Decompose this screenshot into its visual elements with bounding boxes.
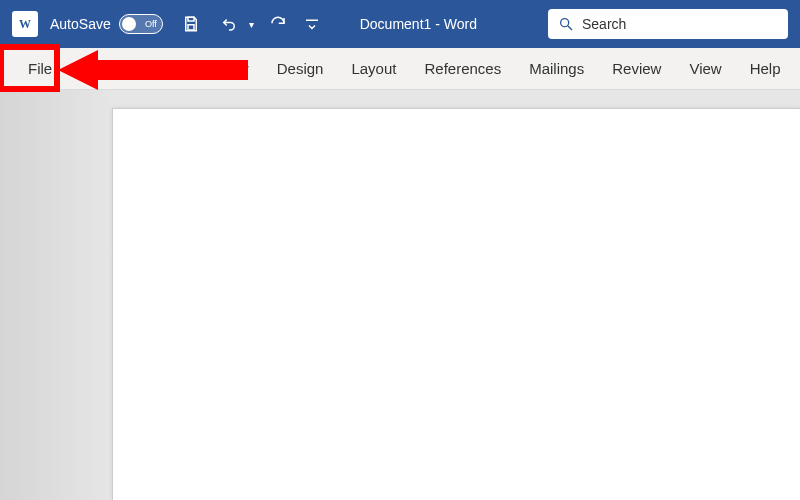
search-icon — [558, 16, 574, 32]
autosave-toggle[interactable]: Off — [119, 14, 163, 34]
workspace — [0, 90, 800, 500]
chevron-down-icon[interactable]: ▾ — [249, 19, 254, 30]
tab-mailings[interactable]: Mailings — [515, 48, 598, 89]
tab-insert[interactable]: Insert — [134, 48, 200, 89]
tab-home[interactable]: Home — [66, 48, 134, 89]
document-title: Document1 - Word — [360, 16, 477, 32]
autosave-control[interactable]: AutoSave Off — [50, 14, 163, 34]
tab-help[interactable]: Help — [736, 48, 795, 89]
toggle-knob — [122, 17, 136, 31]
app-icon-letter: W — [19, 17, 31, 32]
tab-file[interactable]: File — [14, 48, 66, 89]
tab-references[interactable]: References — [410, 48, 515, 89]
svg-rect-1 — [188, 25, 194, 30]
autosave-label: AutoSave — [50, 16, 111, 32]
tab-review[interactable]: Review — [598, 48, 675, 89]
document-page[interactable] — [112, 108, 800, 500]
tab-view[interactable]: View — [675, 48, 735, 89]
search-input[interactable]: Search — [548, 9, 788, 39]
svg-rect-0 — [188, 17, 194, 21]
tab-prow[interactable]: ProW — [795, 48, 800, 89]
save-icon[interactable] — [177, 10, 205, 38]
customize-qat-icon[interactable] — [302, 10, 322, 38]
svg-point-3 — [561, 19, 569, 27]
tab-layout[interactable]: Layout — [337, 48, 410, 89]
undo-icon[interactable] — [215, 10, 243, 38]
ribbon-tabs: File Home Insert Draw Design Layout Refe… — [0, 48, 800, 90]
redo-icon[interactable] — [264, 10, 292, 38]
title-bar: W AutoSave Off ▾ Document1 - Word Search — [0, 0, 800, 48]
svg-line-4 — [568, 26, 572, 30]
autosave-state: Off — [145, 19, 157, 29]
app-icon: W — [12, 11, 38, 37]
left-gutter — [0, 90, 112, 500]
tab-design[interactable]: Design — [263, 48, 338, 89]
tab-draw[interactable]: Draw — [200, 48, 263, 89]
search-placeholder: Search — [582, 16, 626, 32]
svg-rect-2 — [306, 20, 318, 22]
